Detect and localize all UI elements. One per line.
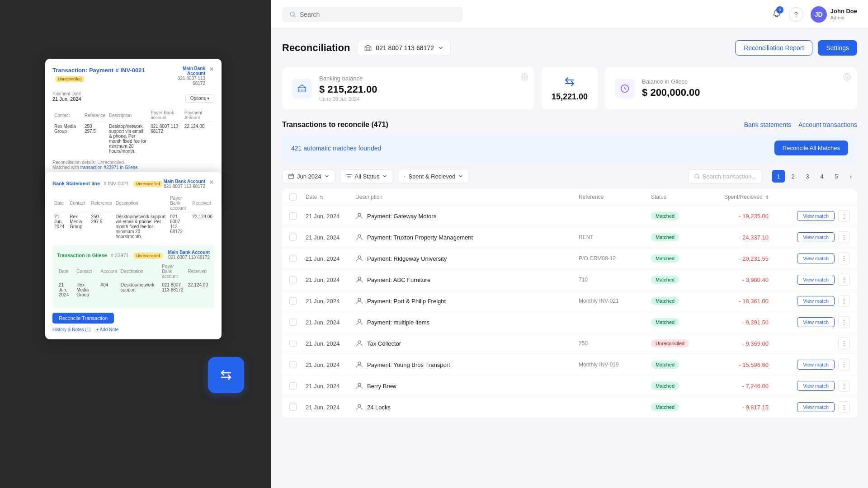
matched-link[interactable]: transaction #23971 in Gliese	[80, 165, 138, 170]
row-amount-5: - 9,391.50	[710, 319, 769, 326]
more-options-button-8[interactable]: ⋮	[838, 380, 850, 392]
chevron-down-icon	[458, 174, 463, 179]
person-icon	[355, 233, 363, 241]
user-info[interactable]: JD John Doe Admin	[811, 6, 857, 23]
select-all-checkbox[interactable]	[289, 193, 297, 201]
table-row: 21 Jun, 2024 Payment: Gateway Motors Mat…	[282, 206, 857, 227]
svg-point-13	[358, 362, 361, 365]
notification-button[interactable]: 9	[772, 8, 782, 20]
account-transactions-link[interactable]: Account transactions	[798, 121, 857, 128]
person-icon	[355, 276, 363, 284]
col-header-amount: Spent/Recieved ⇅	[710, 194, 769, 200]
status-badge: Matched	[651, 297, 679, 305]
row-action-1: View match ⋮	[769, 231, 850, 243]
bank-statement-table: Date Contact Reference Description Payer…	[52, 194, 214, 241]
more-options-button-4[interactable]: ⋮	[838, 295, 850, 307]
view-match-button-9[interactable]: View match	[797, 402, 835, 412]
svg-point-6	[358, 213, 361, 216]
view-match-button-7[interactable]: View match	[797, 360, 835, 370]
transactions-header: Transactions to reconcile (471) Bank sta…	[282, 121, 857, 129]
row-checkbox-1[interactable]	[289, 234, 297, 241]
search-input[interactable]	[300, 11, 456, 18]
row-status-3: Matched	[651, 276, 710, 284]
view-match-button-0[interactable]: View match	[797, 211, 835, 221]
options-button[interactable]: Options ▾	[185, 94, 214, 103]
row-checkbox-8[interactable]	[289, 382, 297, 389]
account-selector[interactable]: 021 8007 113 68172	[357, 40, 450, 56]
row-checkbox-4[interactable]	[289, 297, 297, 305]
row-desc-5: Payment: multiple items	[355, 318, 579, 326]
person-icon	[355, 361, 363, 369]
more-options-button-1[interactable]: ⋮	[838, 231, 850, 243]
row-date-5: 21 Jun, 2024	[306, 319, 355, 326]
view-match-button-3[interactable]: View match	[797, 275, 835, 285]
col-description: Description	[107, 109, 149, 122]
more-options-button-7[interactable]: ⋮	[838, 359, 850, 371]
page-5-button[interactable]: 5	[830, 170, 843, 183]
status-filter[interactable]: All Status	[340, 169, 394, 183]
bottom-add-note-link[interactable]: + Add Note	[96, 327, 118, 332]
col-contact: Contact	[52, 109, 83, 122]
row-date-2: 21 Jun, 2024	[306, 255, 355, 262]
row-status-2: Matched	[651, 254, 710, 263]
row-checkbox-5[interactable]	[289, 319, 297, 326]
row-checkbox-6[interactable]	[289, 340, 297, 347]
svg-rect-4	[289, 174, 294, 179]
next-page-button[interactable]: ›	[844, 170, 857, 183]
view-match-button-1[interactable]: View match	[797, 232, 835, 242]
transactions-table: Date ⇅ Description Reference Status Spen…	[282, 189, 857, 418]
more-options-button-2[interactable]: ⋮	[838, 253, 850, 264]
settings-button[interactable]: Settings	[818, 40, 857, 56]
reconcile-all-button[interactable]: Reconcile All Matches	[774, 141, 848, 155]
user-name: John Doe	[830, 8, 857, 15]
difference-amount: 15,221.00	[552, 92, 588, 102]
chevron-down-icon	[382, 174, 387, 179]
row-checkbox-9[interactable]	[289, 404, 297, 411]
type-filter[interactable]: · Spent & Recieved	[398, 169, 469, 183]
view-match-button-8[interactable]: View match	[797, 381, 835, 391]
reconcile-transaction-button[interactable]: Reconcile Transaction	[52, 313, 114, 324]
bottom-history-label[interactable]: History & Notes (1)	[52, 327, 90, 332]
svg-point-8	[358, 256, 361, 258]
svg-point-11	[358, 319, 361, 322]
row-date-7: 21 Jun, 2024	[306, 361, 355, 368]
row-amount-4: - 18,361.00	[710, 298, 769, 305]
view-match-button-5[interactable]: View match	[797, 317, 835, 327]
row-checkbox-7[interactable]	[289, 361, 297, 368]
bank-statements-link[interactable]: Bank statements	[744, 121, 791, 128]
banking-info-icon[interactable]: ⓘ	[521, 73, 528, 80]
page-4-button[interactable]: 4	[816, 170, 828, 183]
bank-statement-badge: Unreconciled	[133, 181, 163, 187]
gliese-info-icon[interactable]: ⓘ	[844, 73, 851, 80]
card-top-close-button[interactable]: ✕	[209, 66, 214, 72]
gliese-section: Transaction in Gliese # 23971 Unreconcil…	[52, 245, 214, 308]
view-match-button-2[interactable]: View match	[797, 253, 835, 263]
row-checkbox-2[interactable]	[289, 255, 297, 262]
search-transaction[interactable]: Search transaction...	[688, 169, 762, 183]
reconciliation-report-button[interactable]: Reconciliation Report	[735, 40, 812, 56]
page-3-button[interactable]: 3	[801, 170, 814, 183]
gliese-balance-label: Balance in Gliese	[642, 78, 847, 85]
row-amount-2: - 20,231.55	[710, 255, 769, 262]
row-status-9: Matched	[651, 403, 710, 411]
row-checkbox-0[interactable]	[289, 212, 297, 220]
row-status-8: Matched	[651, 382, 710, 390]
more-options-button-5[interactable]: ⋮	[838, 316, 850, 328]
row-status-6: Unreconciled	[651, 339, 710, 347]
view-match-button-4[interactable]: View match	[797, 296, 835, 306]
float-transfer-button[interactable]	[208, 357, 244, 393]
row-status-1: Matched	[651, 233, 710, 241]
page-2-button[interactable]: 2	[787, 170, 799, 183]
banking-balance-label: Banking balance	[319, 75, 524, 82]
help-button[interactable]: ?	[789, 7, 803, 22]
more-options-button-9[interactable]: ⋮	[838, 401, 850, 413]
page-1-button[interactable]: 1	[772, 170, 785, 183]
more-options-button-0[interactable]: ⋮	[838, 210, 850, 222]
row-checkbox-3[interactable]	[289, 276, 297, 283]
more-options-button-6[interactable]: ⋮	[838, 338, 850, 349]
date-filter[interactable]: Jun 2024	[282, 169, 335, 183]
user-role: Admin	[830, 15, 857, 21]
search-box[interactable]	[282, 7, 463, 22]
more-options-button-3[interactable]: ⋮	[838, 274, 850, 286]
card-bottom-close-button[interactable]: ✕	[209, 179, 214, 185]
